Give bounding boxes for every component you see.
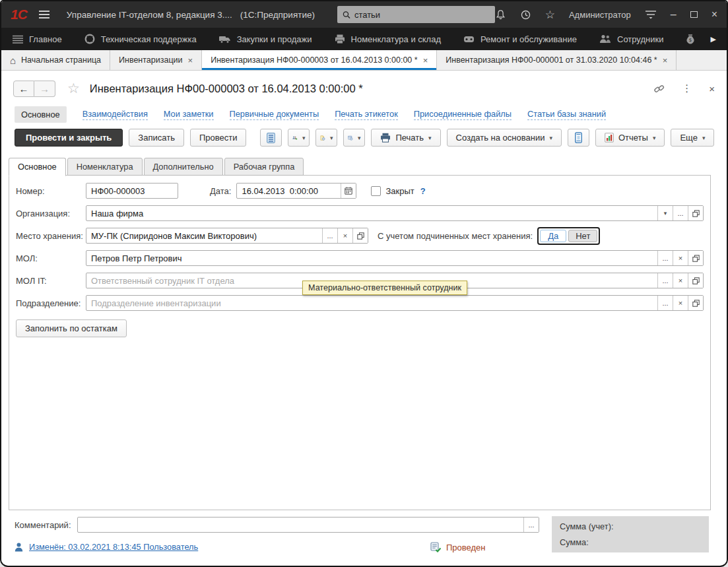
navlink-kb-articles[interactable]: Статьи базы знаний (527, 109, 606, 120)
choose-icon[interactable]: ... (657, 251, 673, 265)
clear-icon[interactable]: × (673, 251, 688, 265)
form-tab-workgroup[interactable]: Рабочая группа (224, 158, 304, 176)
subordinate-toggle: Да Нет (537, 227, 600, 245)
number-label: Номер: (16, 186, 86, 196)
navlink-attached-files[interactable]: Присоединенные файлы (414, 109, 512, 120)
svg-text:$: $ (689, 38, 692, 43)
dropdown-icon[interactable]: ▾ (657, 206, 673, 220)
menu-nomenclature-warehouse[interactable]: Номенклатура и склад (323, 28, 452, 50)
field-tooltip: Материально-ответственный сотрудник (302, 281, 467, 295)
form-close-icon[interactable]: × (709, 83, 715, 94)
save-button[interactable]: Записать (129, 129, 184, 147)
form-footer: Комментарий: ... Сумма (учет): Сумма: Из… (1, 514, 727, 564)
open-icon[interactable] (688, 251, 703, 265)
date-input[interactable] (237, 183, 341, 198)
maximize-icon[interactable] (690, 11, 698, 18)
tab-inventories-list[interactable]: Инвентаризации × (110, 50, 202, 70)
lifebuoy-icon (84, 34, 95, 44)
history-icon[interactable] (520, 9, 531, 20)
clear-icon[interactable]: × (673, 296, 688, 310)
open-windows-tabbar: ⌂ Начальная страница Инвентаризации × Ин… (1, 50, 727, 71)
storage-label: Место хранения: (16, 231, 86, 241)
tasks-menu-button[interactable]: ▾ (315, 129, 337, 147)
tab-close-icon[interactable]: × (663, 55, 668, 65)
print-menu-button[interactable]: Печать ▾ (371, 129, 440, 147)
comment-input[interactable] (78, 517, 523, 532)
tab-inventory-000001[interactable]: Инвентаризация НФ00-000001 от 31.03.2020… (437, 50, 677, 70)
choose-icon[interactable]: ... (322, 228, 337, 243)
fill-by-balances-button[interactable]: Заполнить по остаткам (16, 319, 127, 337)
closed-help-icon[interactable]: ? (420, 186, 426, 196)
menu-scroll-right-icon[interactable]: ▶ (711, 35, 717, 44)
open-icon[interactable] (688, 273, 703, 288)
form-page-tabs: Основное Номенклатура Дополнительно Рабо… (9, 157, 305, 176)
post-and-close-button[interactable]: Провести и закрыть (15, 129, 123, 147)
menu-money[interactable]: $ (675, 28, 706, 50)
form-tab-main[interactable]: Основное (9, 158, 66, 176)
form-tab-additional[interactable]: Дополнительно (144, 158, 223, 176)
choose-icon[interactable]: ... (673, 206, 688, 220)
gamepad-icon (463, 35, 475, 44)
register-records-button[interactable] (260, 129, 282, 147)
main-menu-icon[interactable] (39, 11, 50, 18)
modified-history-link[interactable]: Изменён: 03.02.2021 8:13:45 Пользователь (29, 542, 198, 552)
open-icon[interactable] (688, 206, 703, 220)
closed-checkbox[interactable] (371, 186, 381, 196)
navlink-main[interactable]: Основное (15, 106, 67, 123)
window-close-icon[interactable]: × (711, 9, 717, 20)
department-input[interactable] (86, 296, 657, 310)
sidebar-toggle[interactable]: Главное (11, 28, 73, 50)
notifications-bell-icon[interactable] (495, 9, 506, 20)
service-settings-icon[interactable] (645, 10, 657, 19)
open-icon[interactable] (688, 296, 703, 310)
choose-icon[interactable]: ... (657, 296, 673, 310)
clear-icon[interactable]: × (337, 228, 352, 243)
more-actions-button[interactable]: Еще ▾ (671, 129, 714, 147)
toggle-no[interactable]: Нет (568, 230, 597, 242)
menu-tech-support[interactable]: Техническая поддержка (73, 28, 208, 50)
navlink-my-notes[interactable]: Мои заметки (164, 109, 214, 120)
tab-close-icon[interactable]: × (423, 55, 428, 65)
organization-input[interactable] (86, 206, 657, 220)
tab-inventory-000003[interactable]: Инвентаризация НФ00-000003 от 16.04.2013… (202, 50, 437, 70)
tab-close-icon[interactable]: × (188, 55, 193, 65)
events-menu-button[interactable]: ▾ (343, 129, 365, 147)
search-input[interactable] (354, 10, 490, 20)
clear-icon[interactable]: × (673, 273, 688, 288)
form-tab-nomenclature[interactable]: Номенклатура (67, 158, 143, 176)
reports-menu-button[interactable]: Отчеты ▾ (595, 129, 665, 147)
mobile-app-button[interactable] (568, 129, 589, 147)
minimize-icon[interactable]: – (671, 9, 677, 20)
choose-icon[interactable]: ... (523, 517, 539, 532)
menu-employees[interactable]: Сотрудники (588, 28, 675, 50)
forward-button[interactable]: → (34, 81, 55, 97)
more-menu-icon[interactable]: ⋮ (682, 83, 692, 94)
mol-input[interactable] (86, 251, 657, 265)
contacts-menu-button[interactable]: ▾ (288, 129, 310, 147)
search-icon (343, 11, 350, 19)
tab-home[interactable]: ⌂ Начальная страница (1, 50, 110, 70)
toggle-yes[interactable]: Да (540, 230, 566, 242)
navlink-print-labels[interactable]: Печать этикеток (335, 109, 398, 120)
global-search[interactable] (337, 6, 495, 23)
create-based-on-button[interactable]: Создать на основании ▾ (447, 129, 562, 147)
choose-icon[interactable]: ... (657, 273, 673, 288)
post-button[interactable]: Провести (190, 129, 247, 147)
mol-label: МОЛ: (16, 253, 86, 263)
current-user[interactable]: Администратор (569, 10, 631, 20)
get-link-icon[interactable] (653, 83, 665, 94)
report-chart-icon (605, 133, 614, 143)
title-bar: 1С Управление IT-отделом 8, редакция 3..… (1, 1, 727, 28)
favorite-star-icon[interactable]: ☆ (67, 81, 80, 96)
open-icon[interactable] (352, 228, 368, 243)
navlink-primary-docs[interactable]: Первичные документы (230, 109, 319, 120)
calendar-icon[interactable] (341, 183, 356, 198)
storage-input[interactable] (86, 228, 322, 243)
favorites-star-icon[interactable]: ☆ (545, 8, 555, 22)
number-input[interactable] (86, 183, 178, 198)
closed-label: Закрыт (385, 186, 414, 196)
back-button[interactable]: ← (13, 81, 34, 97)
navlink-interactions[interactable]: Взаимодействия (83, 109, 148, 120)
menu-repair-service[interactable]: Ремонт и обслуживание (452, 28, 588, 50)
menu-purchases-sales[interactable]: Закупки и продажи (208, 28, 323, 50)
